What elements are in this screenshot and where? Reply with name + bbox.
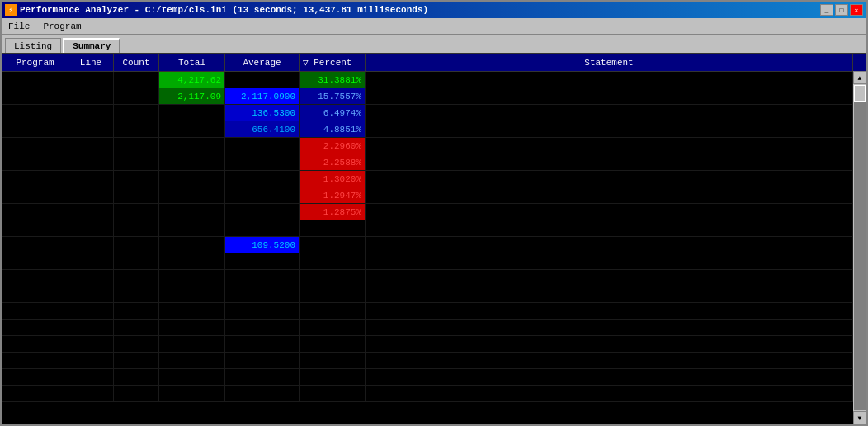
- table-cell: 1.2947%: [300, 187, 366, 204]
- table-cell: [225, 154, 300, 171]
- table-cell: [225, 369, 300, 386]
- scroll-up-button[interactable]: ▲: [853, 71, 866, 84]
- table-cell: 656.4100: [225, 121, 300, 138]
- table-cell: 2,117.0900: [225, 88, 300, 105]
- table-cell: [114, 286, 159, 303]
- scroll-down-button[interactable]: ▼: [853, 411, 866, 424]
- table-cell: [159, 121, 225, 138]
- table-cell: 136.5300: [225, 105, 300, 121]
- table-cell: [366, 72, 853, 88]
- table-cell: [68, 237, 114, 253]
- table-cell: [366, 220, 853, 237]
- table-cell: [68, 253, 114, 270]
- table-cell: [68, 353, 114, 369]
- table-cell: [2, 105, 68, 121]
- menu-bar: File Program: [2, 18, 866, 35]
- app-icon: ⚡: [5, 4, 17, 16]
- header-count: Count: [114, 54, 159, 72]
- table-cell: [159, 154, 225, 171]
- table-cell: [68, 270, 114, 286]
- table-row: [2, 253, 866, 270]
- minimize-button[interactable]: _: [820, 4, 833, 16]
- table-cell: [68, 121, 114, 138]
- table-cell: [159, 386, 225, 402]
- table-cell: [159, 353, 225, 369]
- table-cell: [68, 303, 114, 320]
- table-cell: [366, 105, 853, 121]
- table-cell: [68, 369, 114, 386]
- table-cell: [2, 72, 68, 88]
- table-cell: [366, 154, 853, 171]
- table-cell: [300, 303, 366, 320]
- maximize-button[interactable]: □: [835, 4, 848, 16]
- table-cell: [159, 237, 225, 253]
- table-cell: 1.3020%: [300, 171, 366, 187]
- close-button[interactable]: ✕: [850, 4, 863, 16]
- table-row: 136.53006.4974%: [2, 105, 866, 121]
- table-cell: [114, 88, 159, 105]
- table-cell: [366, 88, 853, 105]
- table-cell: 31.3881%: [300, 72, 366, 88]
- table-cell: [114, 237, 159, 253]
- table-cell: [2, 369, 68, 386]
- table-cell: 2.2588%: [300, 154, 366, 171]
- table-cell: [366, 187, 853, 204]
- table-cell: [225, 336, 300, 353]
- table-cell: [366, 286, 853, 303]
- tab-summary[interactable]: Summary: [63, 38, 120, 53]
- table-cell: [114, 270, 159, 286]
- table-cell: [300, 353, 366, 369]
- header-statement: Statement: [366, 54, 853, 72]
- scroll-track[interactable]: [854, 85, 866, 410]
- table-cell: [2, 88, 68, 105]
- table-cell: [114, 138, 159, 154]
- table-row: [2, 369, 866, 386]
- data-table: Program Line Count Total Average ▽ Perce…: [2, 53, 866, 402]
- table-cell: [2, 121, 68, 138]
- table-cell: [2, 353, 68, 369]
- table-cell: [2, 320, 68, 336]
- table-cell: 1.2875%: [300, 204, 366, 220]
- table-cell: [366, 121, 853, 138]
- table-cell: 2,117.09: [159, 88, 225, 105]
- title-bar-left: ⚡ Performance Analyzer - C:/temp/cls.ini…: [5, 4, 428, 16]
- tab-listing[interactable]: Listing: [5, 38, 61, 53]
- table-cell: [114, 154, 159, 171]
- table-cell: 15.7557%: [300, 88, 366, 105]
- table-cell: [2, 237, 68, 253]
- table-cell: [159, 138, 225, 154]
- table-cell: [225, 187, 300, 204]
- table-cell: [300, 253, 366, 270]
- table-cell: [225, 353, 300, 369]
- table-cell: [225, 171, 300, 187]
- table-cell: [2, 138, 68, 154]
- table-row: 1.2875%: [2, 204, 866, 220]
- header-line: Line: [68, 54, 114, 72]
- table-cell: [2, 187, 68, 204]
- table-cell: [300, 237, 366, 253]
- table-cell: [2, 171, 68, 187]
- table-cell: [114, 336, 159, 353]
- table-cell: 6.4974%: [300, 105, 366, 121]
- table-cell: [114, 204, 159, 220]
- table-cell: [114, 121, 159, 138]
- table-cell: [68, 105, 114, 121]
- table-cell: [68, 187, 114, 204]
- table-cell: [225, 204, 300, 220]
- table-cell: [159, 369, 225, 386]
- table-cell: [225, 386, 300, 402]
- table-cell: [68, 286, 114, 303]
- menu-file[interactable]: File: [5, 21, 33, 32]
- table-cell: [366, 303, 853, 320]
- scroll-thumb[interactable]: [854, 85, 866, 102]
- table-cell: [114, 105, 159, 121]
- table-cell: [300, 320, 366, 336]
- header-total: Total: [159, 54, 225, 72]
- menu-program[interactable]: Program: [40, 21, 84, 32]
- table-row: 2.2588%: [2, 154, 866, 171]
- table-row: [2, 286, 866, 303]
- scrollbar[interactable]: ▲ ▼: [853, 71, 866, 424]
- table-cell: [366, 237, 853, 253]
- table-cell: [159, 220, 225, 237]
- table-cell: [114, 253, 159, 270]
